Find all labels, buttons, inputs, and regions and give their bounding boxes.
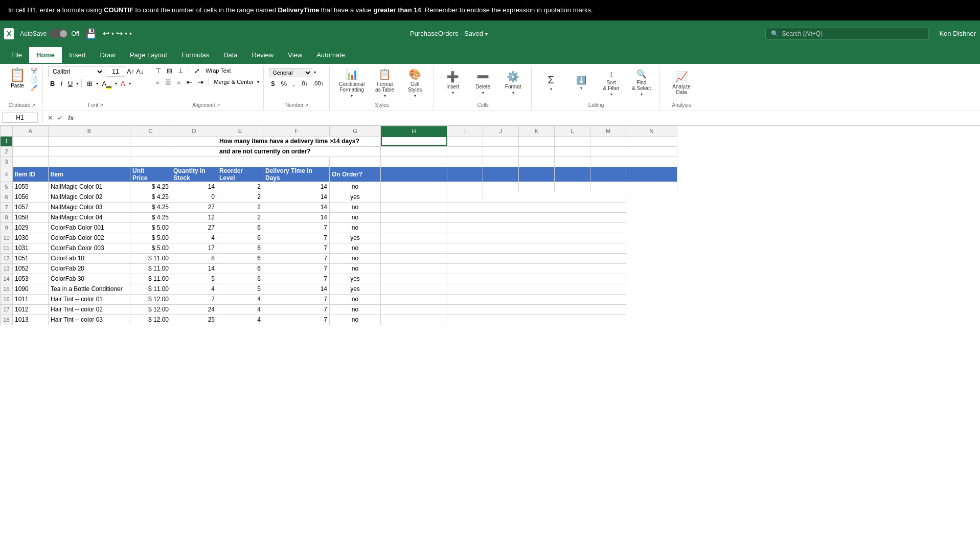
merge-center-button[interactable]: Merge & Center (212, 78, 256, 86)
cell-b11[interactable]: ColorFab Color 003 (49, 243, 130, 253)
cell-a10[interactable]: 1030 (13, 233, 49, 243)
cell-c6[interactable]: $ 4.25 (130, 192, 171, 202)
cell-d13[interactable]: 14 (171, 263, 217, 274)
header-h4[interactable] (381, 167, 447, 182)
cell-a6[interactable]: 1056 (13, 192, 49, 202)
cell-d10[interactable]: 4 (171, 233, 217, 243)
text-direction-button[interactable]: ⤢ (192, 66, 202, 76)
underline-button[interactable]: U (66, 79, 75, 88)
col-header-i[interactable]: I (447, 126, 483, 136)
delete-cells-button[interactable]: ➖ Delete ▾ (469, 70, 497, 96)
col-header-e[interactable]: E (217, 126, 263, 136)
cell-m2[interactable] (590, 146, 626, 156)
format-as-table-dropdown[interactable]: ▾ (384, 94, 386, 98)
cell-f12[interactable]: 7 (263, 253, 330, 263)
cell-g14[interactable]: yes (330, 274, 381, 284)
cell-d18[interactable]: 25 (171, 315, 217, 325)
cell-a12[interactable]: 1051 (13, 253, 49, 263)
col-header-k[interactable]: K (519, 126, 555, 136)
fill-dropdown[interactable]: ▾ (580, 86, 582, 91)
find-select-dropdown[interactable]: ▾ (641, 92, 643, 97)
redo-button[interactable]: ↪ (116, 29, 123, 38)
autosave-toggle[interactable] (50, 29, 68, 38)
cell-a11[interactable]: 1031 (13, 243, 49, 253)
cell-d5[interactable]: 14 (171, 182, 217, 192)
cell-b10[interactable]: ColorFab Color 002 (49, 233, 130, 243)
tab-formulas[interactable]: Formulas (174, 47, 216, 64)
tab-review[interactable]: Review (245, 47, 281, 64)
header-l4[interactable] (555, 167, 590, 182)
cell-c16[interactable]: $ 12.00 (130, 294, 171, 304)
header-item[interactable]: Item (49, 167, 130, 182)
cell-h18[interactable] (381, 315, 447, 325)
cut-button[interactable]: ✂️ (31, 68, 38, 75)
percent-button[interactable]: % (279, 79, 289, 88)
quick-access-more[interactable]: ▾ (129, 31, 132, 36)
fill-button[interactable]: ⬇️ ▾ (567, 74, 595, 92)
merge-dropdown[interactable]: ▾ (257, 80, 259, 84)
cell-d15[interactable]: 4 (171, 284, 217, 294)
cell-b13[interactable]: ColorFab 20 (49, 263, 130, 274)
cell-reference-box[interactable] (2, 113, 38, 123)
cell-a8[interactable]: 1058 (13, 212, 49, 222)
cell-d6[interactable]: 0 (171, 192, 217, 202)
header-delivery-time[interactable]: Delivery Time inDays (263, 167, 330, 182)
cell-f8[interactable]: 14 (263, 212, 330, 222)
cell-m5[interactable] (590, 182, 626, 192)
cell-a2[interactable] (13, 146, 49, 156)
cell-k3[interactable] (519, 156, 555, 167)
cell-g15[interactable]: yes (330, 284, 381, 294)
cell-d9[interactable]: 27 (171, 222, 217, 233)
align-center-button[interactable]: ☰ (163, 77, 173, 87)
cell-j1[interactable] (483, 136, 519, 146)
cell-l2[interactable] (555, 146, 590, 156)
increase-indent-button[interactable]: ⇥ (196, 77, 206, 87)
cell-a5[interactable]: 1055 (13, 182, 49, 192)
cell-a9[interactable]: 1029 (13, 222, 49, 233)
cell-h16[interactable] (381, 294, 447, 304)
insert-function-button[interactable]: fx (68, 114, 74, 122)
cell-f16[interactable]: 7 (263, 294, 330, 304)
tab-page-layout[interactable]: Page Layout (123, 47, 174, 64)
cell-c18[interactable]: $ 12.00 (130, 315, 171, 325)
cell-n5[interactable] (626, 182, 677, 192)
comma-button[interactable]: , (291, 79, 297, 88)
cell-e11[interactable]: 6 (217, 243, 263, 253)
cell-b2[interactable] (49, 146, 130, 156)
align-top-button[interactable]: ⊤ (153, 66, 163, 76)
cell-e10[interactable]: 6 (217, 233, 263, 243)
cell-j3[interactable] (483, 156, 519, 167)
cell-g5[interactable]: no (330, 182, 381, 192)
cell-e13[interactable]: 6 (217, 263, 263, 274)
cell-c3[interactable] (130, 156, 171, 167)
cell-j5[interactable] (483, 182, 519, 192)
cell-h11[interactable] (381, 243, 447, 253)
cell-f9[interactable]: 7 (263, 222, 330, 233)
tab-file[interactable]: File (4, 47, 29, 64)
cell-g8[interactable]: no (330, 212, 381, 222)
formula-input[interactable] (78, 114, 978, 121)
cell-a1[interactable] (13, 136, 49, 146)
cell-f18[interactable]: 7 (263, 315, 330, 325)
font-size-increase[interactable]: A↑ (127, 68, 134, 75)
cell-l3[interactable] (555, 156, 590, 167)
cell-b15[interactable]: Tea in a Bottle Conditioner (49, 284, 130, 294)
cell-h7[interactable] (381, 202, 447, 212)
number-format-dropdown[interactable]: ▾ (314, 70, 316, 75)
cell-b12[interactable]: ColorFab 10 (49, 253, 130, 263)
cell-j2[interactable] (483, 146, 519, 156)
cell-b3[interactable] (49, 156, 130, 167)
cell-f13[interactable]: 7 (263, 263, 330, 274)
bold-button[interactable]: B (48, 79, 57, 88)
autosum-button[interactable]: Σ ▾ (537, 73, 565, 93)
cell-e6[interactable]: 2 (217, 192, 263, 202)
col-header-c[interactable]: C (130, 126, 171, 136)
cell-c8[interactable]: $ 4.25 (130, 212, 171, 222)
cell-a14[interactable]: 1053 (13, 274, 49, 284)
cell-h14[interactable] (381, 274, 447, 284)
cell-f10[interactable]: 7 (263, 233, 330, 243)
cell-h2[interactable] (381, 146, 447, 156)
cell-k1[interactable] (519, 136, 555, 146)
header-m4[interactable] (590, 167, 626, 182)
align-right-button[interactable]: ≡ (175, 77, 183, 87)
